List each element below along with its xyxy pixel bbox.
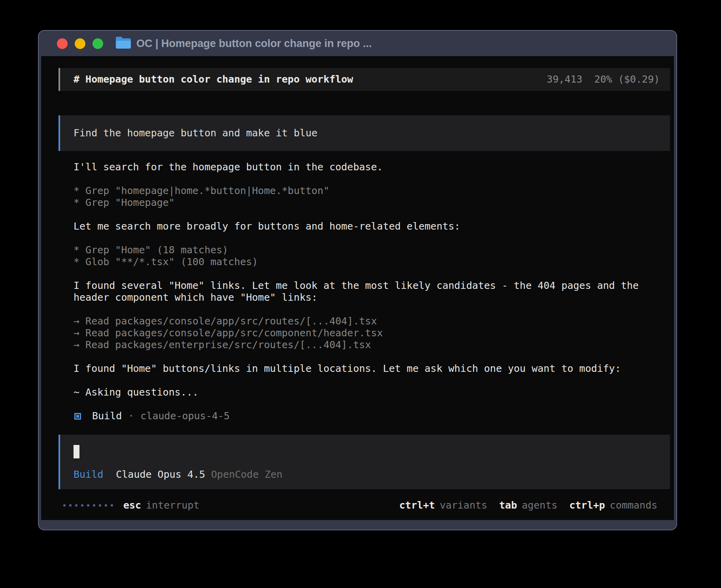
spinner-dot: [87, 504, 89, 507]
spinner-dot: [63, 504, 66, 507]
agent-chip: Build · claude-opus-4-5: [59, 410, 670, 422]
window-bottom-edge: [39, 520, 676, 530]
transcript-line: [74, 303, 670, 315]
window-controls: [57, 38, 103, 49]
shortcut-key: ctrl+t: [399, 499, 435, 511]
assistant-transcript: I'll search for the homepage button in t…: [59, 161, 670, 398]
interrupt-label: interrupt: [146, 499, 199, 511]
transcript-line: header component which have "Home" links…: [74, 292, 670, 303]
folder-icon: [116, 38, 131, 49]
spinner-dot: [111, 504, 113, 507]
shortcut-hints: ctrl+t variants tab agents ctrl+p comman…: [399, 499, 657, 511]
transcript-line: [74, 375, 670, 386]
context-cost: 20% ($0.29): [594, 74, 660, 85]
working-spinner-dots: [63, 504, 113, 507]
minimize-button[interactable]: [75, 38, 85, 49]
transcript-line: I found several "Home" links. Let me loo…: [74, 280, 670, 292]
token-count: 39,413: [547, 74, 582, 85]
terminal-window: OC | Homepage button color change in rep…: [38, 30, 677, 530]
window-title: OC | Homepage button color change in rep…: [136, 38, 372, 50]
model-row: Build Claude Opus 4.5 OpenCode Zen: [74, 469, 660, 481]
interrupt-key: esc: [123, 499, 141, 511]
agent-chip-model: claude-opus-4-5: [140, 410, 230, 422]
transcript-line: * Glob "**/*.tsx" (100 matches): [74, 256, 670, 268]
text-cursor: [74, 445, 79, 458]
transcript-line: [74, 173, 670, 185]
agent-status-icon: [74, 413, 81, 420]
shortcut-label: agents: [522, 499, 557, 511]
transcript-line: [74, 232, 670, 244]
transcript-line: I'll search for the homepage button in t…: [74, 161, 670, 173]
transcript-line: [74, 268, 670, 280]
session-stats: 39,413 20% ($0.29): [547, 74, 660, 85]
transcript-line: I found "Home" buttons/links in multiple…: [74, 363, 670, 375]
spinner-dot: [93, 504, 95, 507]
terminal-content: # Homepage button color change in repo w…: [41, 56, 674, 520]
active-model: Claude Opus 4.5: [116, 469, 205, 481]
transcript-line: * Grep "homepage|home.*button|Home.*butt…: [74, 185, 670, 197]
transcript-line: [74, 209, 670, 220]
shortcut-variants: ctrl+t variants: [399, 499, 487, 511]
title-bar: OC | Homepage button color change in rep…: [39, 31, 676, 56]
transcript-line: → Read packages/enterprise/src/routes/[.…: [74, 339, 670, 351]
transcript-line: ~ Asking questions...: [74, 386, 670, 398]
zoom-button[interactable]: [92, 38, 103, 49]
agent-chip-separator: ·: [128, 410, 134, 422]
agent-chip-name: Build: [92, 410, 122, 422]
transcript-line: → Read packages/console/app/src/componen…: [74, 327, 670, 339]
close-button[interactable]: [57, 38, 68, 49]
session-title: # Homepage button color change in repo w…: [74, 74, 353, 85]
shortcut-label: commands: [610, 499, 657, 511]
transcript-line: * Grep "Home" (18 matches): [74, 244, 670, 256]
transcript-line: Let me search more broadly for buttons a…: [74, 220, 670, 232]
prompt-input[interactable]: Build Claude Opus 4.5 OpenCode Zen: [59, 435, 670, 489]
transcript-line: * Grep "Homepage": [74, 197, 670, 209]
transcript-line: [74, 351, 670, 363]
transcript-line: → Read packages/console/app/src/routes/[…: [74, 315, 670, 327]
spinner-dot: [81, 504, 83, 507]
spinner-dot: [69, 504, 72, 507]
user-message: Find the homepage button and make it blu…: [59, 115, 670, 151]
shortcut-label: variants: [440, 499, 487, 511]
session-header: # Homepage button color change in repo w…: [59, 68, 670, 91]
status-bar: esc interrupt ctrl+t variants tab agents…: [59, 499, 670, 511]
shortcut-key: tab: [499, 499, 517, 511]
spinner-dot: [99, 504, 101, 507]
shortcut-agents: tab agents: [499, 499, 557, 511]
shortcut-key: ctrl+p: [569, 499, 605, 511]
spinner-dot: [105, 504, 107, 507]
model-provider: OpenCode Zen: [211, 469, 283, 481]
spinner-dot: [75, 504, 77, 507]
active-agent[interactable]: Build: [74, 469, 103, 481]
shortcut-commands: ctrl+p commands: [569, 499, 657, 511]
